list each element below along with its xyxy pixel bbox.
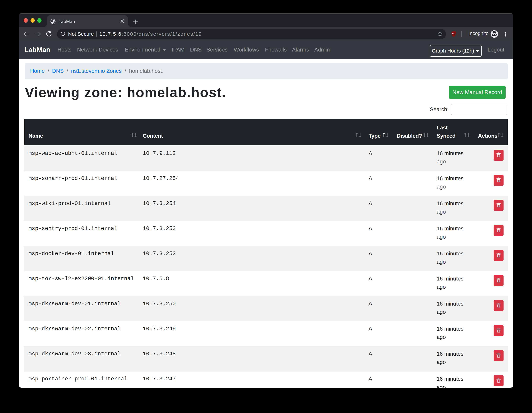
svg-text:uO: uO: [452, 32, 456, 35]
